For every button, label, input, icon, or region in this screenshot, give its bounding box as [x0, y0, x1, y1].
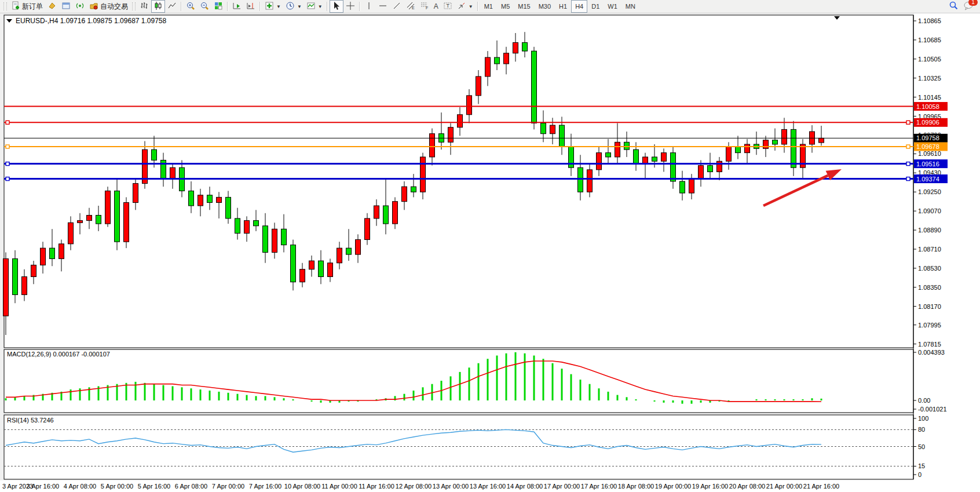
time-axis-label: 21 Apr 16:00: [803, 483, 839, 490]
candle: [235, 218, 240, 234]
signals-button[interactable]: [73, 0, 87, 13]
timeframe-M5[interactable]: M5: [497, 0, 514, 13]
candle: [689, 178, 694, 193]
timeframe-H4[interactable]: H4: [571, 0, 587, 13]
price-axis-label: 1.10865: [918, 17, 941, 24]
price-tag-label: 1.09516: [916, 161, 939, 167]
horizontal-line-icon: [378, 1, 387, 12]
candle: [560, 125, 565, 147]
search-button[interactable]: [946, 0, 961, 13]
time-axis-label: 6 Apr 08:00: [175, 483, 207, 490]
svg-text:E: E: [412, 6, 415, 10]
templates-button[interactable]: ▼: [304, 0, 325, 13]
candle: [41, 248, 46, 265]
price-tag-label: 1.10058: [916, 103, 939, 110]
toolbar-separator: [181, 2, 182, 11]
bar-chart-button[interactable]: [137, 0, 151, 13]
price-axis-label: 1.10145: [918, 94, 941, 101]
timeframe-MN[interactable]: MN: [621, 0, 639, 13]
line-handle[interactable]: [906, 121, 910, 124]
line-handle[interactable]: [6, 121, 9, 124]
fibonacci-button[interactable]: F: [418, 0, 432, 13]
chart-shift-button[interactable]: [244, 0, 258, 13]
template-icon: [306, 1, 316, 12]
timeframe-D1[interactable]: D1: [587, 0, 604, 13]
text-button[interactable]: A: [432, 0, 441, 13]
candle: [643, 157, 648, 163]
candle: [161, 160, 166, 178]
candle: [476, 76, 481, 96]
zoom-in-button[interactable]: [184, 0, 198, 13]
candle: [3, 258, 9, 316]
line-handle[interactable]: [906, 145, 910, 148]
new-order-button[interactable]: 新订单: [9, 0, 45, 13]
macd-label: MACD(12,26,9) 0.000167 -0.000107: [7, 351, 110, 358]
main-panel[interactable]: [4, 15, 913, 348]
auto-scroll-button[interactable]: [230, 0, 244, 13]
candlestick-chart-button[interactable]: [151, 0, 165, 13]
rsi-axis-label: 80: [918, 426, 925, 433]
text-icon: A: [434, 2, 438, 10]
line-handle[interactable]: [6, 177, 9, 181]
market-watch-button[interactable]: [59, 0, 73, 13]
text-label-button[interactable]: T: [441, 0, 455, 13]
vertical-line-button[interactable]: [362, 0, 376, 13]
periods-button[interactable]: ▼: [283, 0, 304, 13]
candle: [50, 248, 55, 258]
svg-text:F: F: [426, 6, 428, 10]
toolbar-separator: [227, 2, 228, 11]
timeframe-H1[interactable]: H1: [555, 0, 571, 13]
rsi-axis-label: 100: [918, 415, 928, 422]
candle: [356, 240, 361, 255]
cursor-button[interactable]: [330, 0, 343, 13]
crosshair-button[interactable]: [343, 0, 357, 13]
candle: [495, 57, 500, 64]
time-axis-label: 13 Apr 16:00: [470, 483, 506, 490]
timeframe-M30[interactable]: M30: [535, 0, 555, 13]
candle: [652, 157, 657, 161]
time-axis-label: 13 Apr 00:00: [433, 483, 469, 490]
indicators-button[interactable]: ▼: [262, 0, 283, 13]
line-handle[interactable]: [6, 145, 9, 148]
line-chart-icon: [167, 1, 177, 12]
timeframe-M15[interactable]: M15: [514, 0, 534, 13]
arrows-button[interactable]: ▼: [455, 0, 476, 13]
timeframe-M1[interactable]: M1: [480, 0, 497, 13]
line-handle[interactable]: [906, 162, 910, 166]
tile-windows-button[interactable]: [211, 0, 225, 13]
equidistant-channel-button[interactable]: E: [404, 0, 418, 13]
macd-panel[interactable]: [4, 349, 913, 413]
price-tag-label: 1.09906: [916, 119, 939, 126]
timeframe-W1[interactable]: W1: [604, 0, 621, 13]
search-icon: [949, 1, 959, 12]
trendline-button[interactable]: [390, 0, 404, 13]
fibonacci-icon: F: [420, 1, 429, 12]
rsi-panel[interactable]: [4, 415, 913, 479]
time-axis-label: 7 Apr 16:00: [249, 483, 281, 490]
chart-area[interactable]: EURUSD-,H4 1.09716 1.09875 1.09687 1.097…: [0, 13, 980, 492]
candle: [402, 187, 407, 202]
price-axis-label: 1.08350: [918, 284, 941, 291]
candle: [244, 221, 250, 234]
svg-text:T: T: [446, 3, 449, 9]
line-handle[interactable]: [906, 177, 910, 181]
depth-of-market-button[interactable]: [45, 0, 59, 13]
zoom-out-button[interactable]: [198, 0, 211, 13]
line-handle[interactable]: [6, 162, 9, 166]
macd-axis-label: -0.001021: [918, 406, 947, 413]
candle: [485, 57, 491, 76]
chart-shift-icon: [246, 1, 255, 12]
line-chart-button[interactable]: [165, 0, 179, 13]
price-axis-label: 1.08170: [918, 303, 941, 310]
horizontal-line-button[interactable]: [376, 0, 390, 13]
time-axis-label: 14 Apr 08:00: [507, 483, 543, 490]
price-axis-label: 1.10325: [918, 75, 941, 82]
toolbar-separator: [359, 2, 360, 11]
arrows-icon: [457, 1, 466, 12]
chevron-down-icon: ▼: [318, 4, 323, 9]
chat-button[interactable]: 1: [963, 1, 974, 12]
price-axis-label: 1.07815: [918, 341, 941, 348]
autotrading-button[interactable]: 自动交易: [87, 0, 130, 13]
time-axis-label: 3 Apr 16:00: [27, 483, 59, 490]
candle: [708, 166, 713, 172]
